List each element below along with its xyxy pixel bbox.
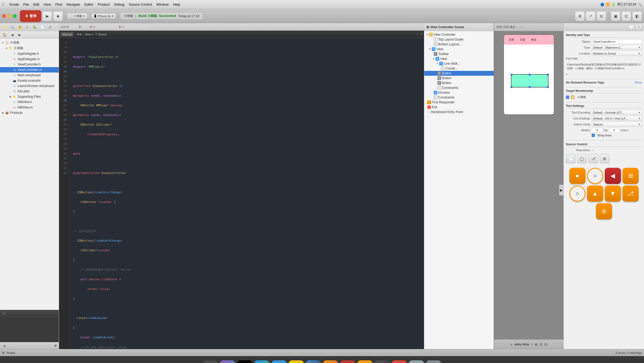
handle-br[interactable] [547, 86, 549, 88]
stop-btn2[interactable]: ■ [53, 11, 63, 21]
handle-bc[interactable] [529, 86, 531, 88]
reveal-icon[interactable]: ⎋ [566, 72, 568, 76]
ib-view-main[interactable]: ▼ V View [424, 47, 494, 52]
stop-button[interactable]: ⏸ 暂停 [20, 10, 41, 22]
breadcrumb-nav-forward[interactable]: ▶ [64, 25, 66, 28]
sc-push-btn[interactable]: ▲ [587, 186, 603, 202]
menu-view[interactable]: View [41, 2, 53, 7]
tree-hmview-m[interactable]: m HMView.m [0, 105, 59, 110]
editor-mode-text[interactable]: Manual [61, 32, 74, 37]
tree-main-storyboard[interactable]: ⊡ Main.storyboard [0, 72, 59, 78]
handle-tl[interactable] [510, 74, 513, 76]
ib-button-2[interactable]: B Button [424, 76, 494, 81]
sc-tag-btn[interactable]: ⊛ [596, 203, 612, 219]
breadcrumb-file[interactable]: ViewController.m [96, 25, 118, 28]
scheme-selector[interactable]: 📋 小画板 ▼ [67, 13, 87, 19]
menu-navigate[interactable]: Navigate [64, 2, 82, 7]
nav-btn-warning[interactable]: ⚠️ [16, 24, 23, 30]
breadcrumb-folder[interactable]: 小>... [82, 25, 89, 29]
device-selector[interactable]: 📱 iPhone 6s ▼ [92, 13, 116, 19]
split-btn[interactable]: ⊟ [597, 11, 606, 21]
canvas-collapse-btn[interactable]: ▶ [559, 185, 564, 195]
nav-btn-git[interactable]: ⎇ [46, 24, 53, 30]
name-value[interactable]: ViewController.m [592, 39, 642, 44]
dock-safari[interactable]: 🌐 [254, 360, 269, 363]
ib-button-1[interactable]: B Button [424, 71, 494, 76]
nav-btn-report[interactable]: 📄 [39, 24, 46, 30]
indent-width-field[interactable]: 4 [609, 128, 620, 133]
dock-terminal[interactable]: 💻 [237, 360, 252, 363]
nav-toggle[interactable]: ⊞ [575, 11, 585, 21]
handle-bl[interactable] [510, 86, 513, 88]
tree-project-root[interactable]: ▼ 📋 小画板 [0, 40, 59, 45]
dock-sketch[interactable]: ✏️ [357, 360, 372, 363]
tree-hmview-h[interactable]: h HMView.h [0, 99, 59, 105]
apple-menu[interactable]:  [2, 2, 4, 7]
editor-nav-btn[interactable]: ◀ [76, 32, 79, 36]
tree-supporting-files[interactable]: ▶ 📁 Supporting Files [0, 94, 59, 99]
target-checkbox[interactable]: ✓ [566, 96, 569, 99]
sc-remote-icon[interactable]: ⊞ [600, 154, 609, 164]
close-button[interactable] [2, 14, 6, 18]
filter-icon[interactable]: ⊞ [54, 344, 57, 347]
close-editor-icon[interactable]: ✕ [420, 32, 422, 36]
nav-forward[interactable]: ▶ [16, 32, 23, 38]
ib-storyboard-entry[interactable]: → Storyboard Entry Point [424, 110, 494, 114]
ib-exit[interactable]: E Exit [424, 105, 494, 110]
menu-window[interactable]: Window [154, 2, 171, 7]
sc-fetch-btn[interactable]: ○ [569, 186, 586, 202]
ib-top-layout[interactable]: T Top Layout Guide [424, 37, 494, 42]
ib-view-sub[interactable]: ▼ V View [424, 56, 494, 61]
dock-notes[interactable]: 📝 [289, 360, 304, 363]
tree-appdelegate-h[interactable]: h AppDelegate.h [0, 51, 59, 56]
undo-btn[interactable]: 回退 [520, 38, 525, 42]
handle-tc[interactable] [529, 74, 531, 76]
ib-constraints-main[interactable]: C Constraints [424, 95, 494, 100]
line-endings-dropdown[interactable]: Default - OS X / Unix (LF... ▼ [592, 116, 642, 121]
dock-xcode[interactable]: 🔧 [306, 360, 321, 363]
layout-btn3[interactable]: ◧ [632, 11, 642, 21]
layout-btn2[interactable]: ⊡ [621, 11, 631, 21]
add-file-icon[interactable]: ＋ [2, 343, 7, 349]
menu-editor[interactable]: Editor [82, 2, 96, 7]
nav-btn-folder[interactable]: 📁 [1, 24, 8, 30]
minimize-button[interactable] [8, 14, 11, 18]
sc-branch-btn[interactable]: ⎇ [623, 186, 639, 202]
menu-find[interactable]: Find [53, 2, 64, 7]
nav-btn-debug[interactable]: 🐛 [31, 24, 38, 30]
menu-file[interactable]: File [21, 2, 31, 7]
breadcrumb2-btn[interactable]: Button [98, 33, 107, 36]
canvas-zoom-icon[interactable]: ⊡ [544, 343, 547, 346]
dock-activity[interactable]: 📊 [392, 360, 407, 363]
menu-debug[interactable]: Debug [112, 2, 126, 7]
indent-dropdown[interactable]: Spaces ▼ [592, 122, 642, 127]
tree-info-plist[interactable]: 🗒 Info.plist [0, 89, 59, 94]
ib-linewidth[interactable]: ▼ V Line Widt... [424, 61, 494, 66]
encoding-dropdown[interactable]: Default - Unicode (UT... ▼ [592, 110, 642, 115]
show-link[interactable]: Show [634, 81, 642, 84]
layout-btn1[interactable]: ▣ [611, 11, 620, 21]
menu-xcode[interactable]: Xcode [7, 2, 21, 7]
sc-back-btn[interactable]: ◀ [605, 168, 621, 184]
nav-home[interactable]: 🏠 [1, 32, 8, 38]
nav-back[interactable]: ◀ [9, 32, 16, 38]
breadcrumb-method[interactable]: -lineColorChange: [125, 25, 149, 28]
dock-finder[interactable]: 🔍 [203, 360, 218, 363]
code-content[interactable]: #import "ViewController.h" #import "HMVi… [70, 38, 424, 349]
run-button[interactable]: ▶ [42, 11, 52, 21]
dock-itunes[interactable]: 🎵 [340, 360, 355, 363]
ib-bottom-layout[interactable]: B Bottom Layout... [424, 42, 494, 47]
sc-pull-btn[interactable]: ▼ [605, 186, 621, 202]
search-icon[interactable]: 🔍 [638, 3, 642, 6]
tab-width-field[interactable]: 4 [592, 128, 602, 133]
dock-launchpad[interactable]: 🚀 [220, 360, 235, 363]
clear-btn[interactable]: 清屏 [509, 38, 514, 42]
dock-trash[interactable]: 🗑️ [426, 360, 441, 363]
sc-doc-icon[interactable]: 📄 [566, 154, 576, 164]
tree-launch-storyboard[interactable]: ⊡ LaunchScreen.storyboard [0, 83, 59, 89]
ib-hmview[interactable]: V Hmview [424, 90, 494, 95]
wrap-checkbox[interactable]: ✓ [592, 134, 595, 137]
breadcrumb-project[interactable]: 小画板 [69, 25, 78, 29]
tree-viewcontroller-h[interactable]: h ViewController.h [0, 62, 59, 67]
ib-constr1[interactable]: C Constr... [424, 66, 494, 71]
